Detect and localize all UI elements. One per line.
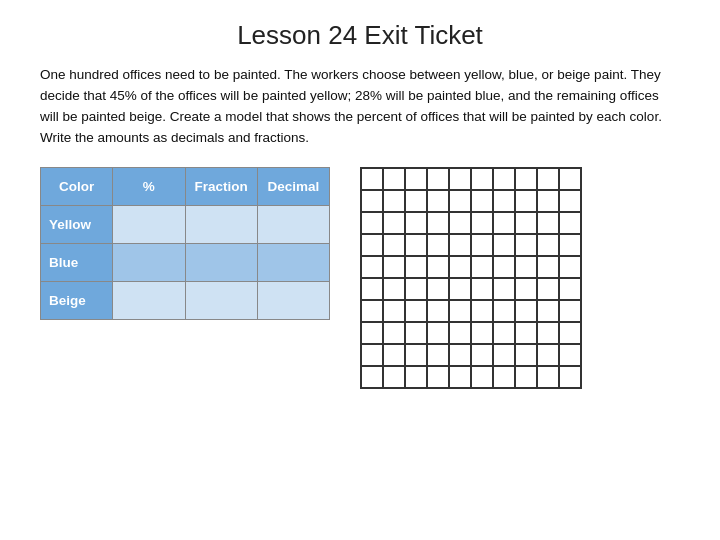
grid-cell (471, 278, 493, 300)
grid-cell (471, 212, 493, 234)
table-fraction-cell (185, 205, 257, 243)
grid-cell (383, 168, 405, 190)
grid-cell (537, 344, 559, 366)
grid-cell (449, 344, 471, 366)
grid-cell (537, 190, 559, 212)
grid-cell (427, 256, 449, 278)
grid-cell (427, 322, 449, 344)
grid-cell (493, 300, 515, 322)
hundred-grid (360, 167, 582, 389)
grid-cell (559, 168, 581, 190)
grid-cell (405, 300, 427, 322)
grid-cell (559, 234, 581, 256)
grid-cell (361, 344, 383, 366)
table-decimal-cell (257, 205, 329, 243)
grid-cell (515, 212, 537, 234)
grid-cell (405, 190, 427, 212)
grid-cell (515, 322, 537, 344)
grid-cell (537, 234, 559, 256)
grid-cell (405, 278, 427, 300)
grid-cell (515, 190, 537, 212)
grid-cell (537, 322, 559, 344)
grid-cell (537, 256, 559, 278)
table-color-cell: Beige (41, 281, 113, 319)
grid-cell (427, 190, 449, 212)
grid-cell (559, 300, 581, 322)
grid-cell (515, 256, 537, 278)
grid-cell (559, 212, 581, 234)
grid-cell (449, 366, 471, 388)
grid-cell (383, 366, 405, 388)
data-table: Color % Fraction Decimal YellowBlueBeige (40, 167, 330, 320)
grid-cell (405, 366, 427, 388)
grid-cell (449, 256, 471, 278)
grid-cell (559, 190, 581, 212)
grid-cell (493, 278, 515, 300)
grid-cell (559, 322, 581, 344)
grid-cell (405, 256, 427, 278)
grid-cell (559, 366, 581, 388)
table-decimal-cell (257, 281, 329, 319)
grid-cell (493, 366, 515, 388)
grid-cell (515, 344, 537, 366)
grid-cell (559, 278, 581, 300)
grid-cell (449, 322, 471, 344)
grid-cell (383, 256, 405, 278)
grid-cell (405, 168, 427, 190)
grid-cell (559, 344, 581, 366)
grid-cell (427, 344, 449, 366)
grid-cell (471, 190, 493, 212)
grid-cell (515, 234, 537, 256)
grid-cell (449, 168, 471, 190)
grid-cell (361, 278, 383, 300)
grid-cell (471, 344, 493, 366)
grid-cell (493, 190, 515, 212)
grid-cell (361, 322, 383, 344)
grid-cell (383, 322, 405, 344)
table-color-cell: Blue (41, 243, 113, 281)
grid-cell (493, 168, 515, 190)
grid-cell (537, 366, 559, 388)
grid-cell (537, 278, 559, 300)
grid-cell (405, 322, 427, 344)
grid-cell (471, 256, 493, 278)
grid-cell (361, 234, 383, 256)
grid-cell (427, 300, 449, 322)
grid-cell (537, 300, 559, 322)
grid-cell (361, 190, 383, 212)
table-fraction-cell (185, 243, 257, 281)
table-color-cell: Yellow (41, 205, 113, 243)
table-percent-cell (113, 205, 185, 243)
table-percent-cell (113, 281, 185, 319)
grid-cell (361, 256, 383, 278)
grid-cell (427, 366, 449, 388)
description-text: One hundred offices need to be painted. … (40, 65, 680, 149)
grid-cell (361, 212, 383, 234)
grid-cell (471, 300, 493, 322)
page-title: Lesson 24 Exit Ticket (40, 20, 680, 51)
col-header-color: Color (41, 167, 113, 205)
grid-cell (427, 168, 449, 190)
grid-cell (559, 256, 581, 278)
grid-cell (449, 300, 471, 322)
content-row: Color % Fraction Decimal YellowBlueBeige (40, 167, 582, 389)
table-percent-cell (113, 243, 185, 281)
grid-cell (493, 234, 515, 256)
grid-cell (449, 212, 471, 234)
grid-cell (383, 234, 405, 256)
grid-cell (537, 212, 559, 234)
grid-cell (383, 300, 405, 322)
grid-cell (361, 366, 383, 388)
grid-cell (405, 234, 427, 256)
grid-cell (361, 300, 383, 322)
grid-cell (493, 212, 515, 234)
grid-cell (383, 278, 405, 300)
grid-cell (361, 168, 383, 190)
grid-cell (383, 190, 405, 212)
grid-cell (405, 344, 427, 366)
grid-cell (471, 322, 493, 344)
grid-cell (493, 344, 515, 366)
grid-cell (405, 212, 427, 234)
grid-cell (449, 278, 471, 300)
col-header-fraction: Fraction (185, 167, 257, 205)
